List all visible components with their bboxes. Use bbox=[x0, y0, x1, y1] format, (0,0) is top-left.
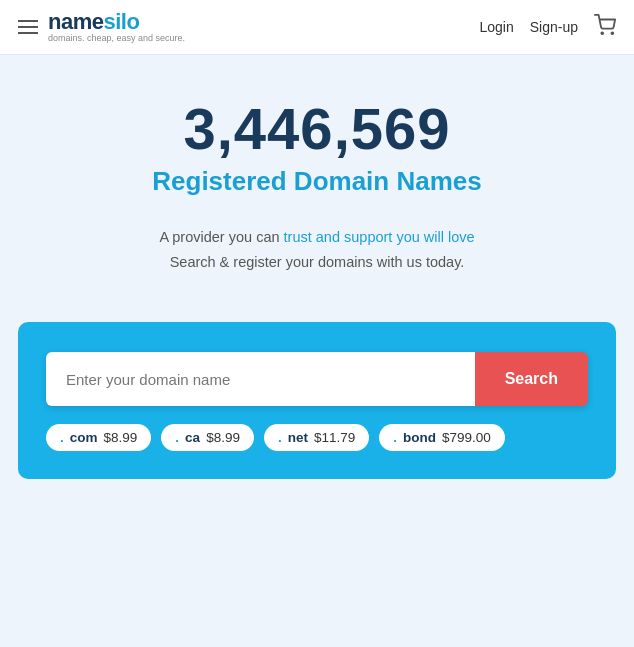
header-left: namesilo domains. cheap, easy and secure… bbox=[18, 10, 185, 44]
highlight-love: will love bbox=[424, 229, 475, 245]
tld-price: $8.99 bbox=[104, 430, 138, 445]
search-button[interactable]: Search bbox=[475, 352, 588, 406]
tld-pills-container: .com $8.99 .ca $8.99 .net $11.79 .bond $… bbox=[46, 424, 588, 451]
highlight-support: and support you bbox=[316, 229, 420, 245]
search-section: Search .com $8.99 .ca $8.99 .net $11.79 … bbox=[18, 322, 616, 479]
tld-name: ca bbox=[185, 430, 200, 445]
header: namesilo domains. cheap, easy and secure… bbox=[0, 0, 634, 55]
svg-point-0 bbox=[601, 32, 603, 34]
tld-pill[interactable]: .net $11.79 bbox=[264, 424, 369, 451]
tld-name: net bbox=[288, 430, 308, 445]
tld-dot: . bbox=[278, 430, 282, 445]
header-right: Login Sign-up bbox=[479, 14, 616, 41]
hero-section: 3,446,569 Registered Domain Names A prov… bbox=[0, 55, 634, 294]
domain-count: 3,446,569 bbox=[20, 95, 614, 162]
hero-description: A provider you can trust and support you… bbox=[20, 225, 614, 274]
highlight-trust: trust bbox=[284, 229, 312, 245]
login-link[interactable]: Login bbox=[479, 19, 513, 35]
tld-dot: . bbox=[175, 430, 179, 445]
tld-price: $799.00 bbox=[442, 430, 491, 445]
logo-text: namesilo bbox=[48, 10, 185, 34]
tld-dot: . bbox=[393, 430, 397, 445]
tld-pill[interactable]: .com $8.99 bbox=[46, 424, 151, 451]
hero-desc-line2: Search & register your domains with us t… bbox=[20, 250, 614, 275]
domain-search-input[interactable] bbox=[46, 352, 475, 406]
cart-icon[interactable] bbox=[594, 14, 616, 41]
tld-pill[interactable]: .bond $799.00 bbox=[379, 424, 505, 451]
logo-name-prefix: name bbox=[48, 9, 103, 34]
svg-point-1 bbox=[611, 32, 613, 34]
tld-name: bond bbox=[403, 430, 436, 445]
search-bar: Search bbox=[46, 352, 588, 406]
hero-subtitle: Registered Domain Names bbox=[20, 166, 614, 197]
tld-dot: . bbox=[60, 430, 64, 445]
tld-price: $8.99 bbox=[206, 430, 240, 445]
tld-pill[interactable]: .ca $8.99 bbox=[161, 424, 254, 451]
hero-desc-line1: A provider you can trust and support you… bbox=[20, 225, 614, 250]
tld-price: $11.79 bbox=[314, 430, 355, 445]
logo[interactable]: namesilo domains. cheap, easy and secure… bbox=[48, 10, 185, 44]
logo-tagline: domains. cheap, easy and secure. bbox=[48, 34, 185, 44]
signup-link[interactable]: Sign-up bbox=[530, 19, 578, 35]
hamburger-menu[interactable] bbox=[18, 20, 38, 34]
logo-name-suffix: silo bbox=[103, 9, 139, 34]
tld-name: com bbox=[70, 430, 98, 445]
